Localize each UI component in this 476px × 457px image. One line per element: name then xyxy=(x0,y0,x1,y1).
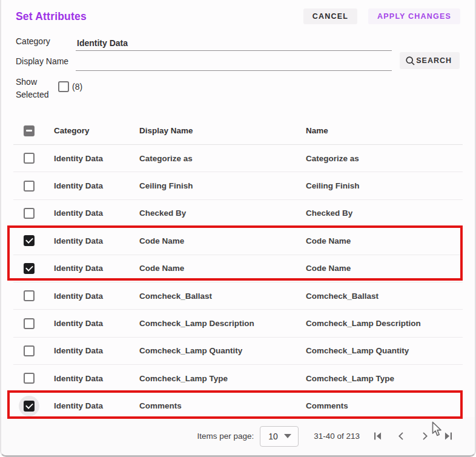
row-display-name: Code Name xyxy=(139,264,306,273)
row-display-name: Code Name xyxy=(139,236,306,245)
row-name: Comcheck_Lamp Quantity xyxy=(306,346,463,355)
row-name: Code Name xyxy=(306,236,463,245)
table-row[interactable]: Identity Data Categorize as Categorize a… xyxy=(13,145,463,172)
select-all-checkbox[interactable] xyxy=(24,125,35,136)
show-selected-row: Show Selected (8) xyxy=(16,76,460,101)
row-category: Identity Data xyxy=(54,374,139,383)
table-row[interactable]: Identity Data Ceiling Finish Ceiling Fin… xyxy=(13,172,463,199)
row-display-name: Ceiling Finish xyxy=(139,181,306,190)
row-name: Categorize as xyxy=(306,154,463,163)
row-checkbox[interactable] xyxy=(24,263,35,274)
pagination-controls xyxy=(371,430,454,443)
row-display-name: Categorize as xyxy=(139,154,306,163)
row-display-name: Checked By xyxy=(139,208,306,218)
table-row[interactable]: Identity Data Checked By Checked By xyxy=(13,200,463,227)
search-button-label: SEARCH xyxy=(416,56,452,65)
row-checkbox[interactable] xyxy=(24,318,35,329)
dialog-title: Set Attributes xyxy=(16,10,303,23)
table-row[interactable]: Identity Data Comcheck_Lamp Type Comchec… xyxy=(13,365,463,392)
row-display-name: Comcheck_Lamp Type xyxy=(139,374,306,383)
row-name: Code Name xyxy=(306,264,463,273)
row-category: Identity Data xyxy=(54,292,139,301)
row-checkbox[interactable] xyxy=(24,373,35,384)
previous-page-button[interactable] xyxy=(395,430,407,443)
row-name: Ceiling Finish xyxy=(306,181,463,190)
attributes-table: Category Display Name Name Identity Data… xyxy=(1,117,475,420)
table-row[interactable]: Identity Data Comcheck_Lamp Quantity Com… xyxy=(13,338,463,365)
first-page-icon xyxy=(372,430,383,442)
column-header-name: Name xyxy=(306,126,463,135)
items-per-page-value: 10 xyxy=(268,432,278,441)
search-button[interactable]: SEARCH xyxy=(400,52,460,69)
last-page-icon xyxy=(443,430,454,442)
show-selected-count: (8) xyxy=(72,82,82,92)
category-input[interactable] xyxy=(76,37,392,51)
next-page-icon xyxy=(420,430,430,442)
row-display-name: Comcheck_Lamp Description xyxy=(139,319,306,328)
last-page-button[interactable] xyxy=(442,430,454,443)
row-checkbox[interactable] xyxy=(24,235,35,246)
row-display-name: Comcheck_Lamp Quantity xyxy=(139,346,306,355)
next-page-button[interactable] xyxy=(418,430,431,443)
display-name-filter-row: Display Name xyxy=(16,55,460,71)
category-label: Category xyxy=(16,35,76,51)
first-page-button[interactable] xyxy=(371,430,383,443)
row-category: Identity Data xyxy=(54,154,139,163)
set-attributes-dialog: Set Attributes CANCEL APPLY CHANGES Cate… xyxy=(0,0,476,457)
search-icon xyxy=(405,56,416,66)
row-category: Identity Data xyxy=(54,401,139,410)
table-body: Identity Data Categorize as Categorize a… xyxy=(1,145,475,420)
show-selected-label: Show Selected xyxy=(16,76,58,101)
display-name-label: Display Name xyxy=(16,55,76,71)
row-name: Comcheck_Lamp Description xyxy=(306,319,463,328)
row-name: Comcheck_Lamp Type xyxy=(306,374,463,383)
table-row[interactable]: Identity Data Comments Comments xyxy=(13,393,463,420)
category-filter-row: Category xyxy=(16,35,460,51)
previous-page-icon xyxy=(396,430,406,442)
column-header-display-name: Display Name xyxy=(139,126,306,135)
table-row[interactable]: Identity Data Comcheck_Ballast Comcheck_… xyxy=(13,282,463,310)
row-name: Comcheck_Ballast xyxy=(306,292,463,301)
row-name: Checked By xyxy=(306,208,463,218)
table-row[interactable]: Identity Data Code Name Code Name xyxy=(13,227,463,255)
column-header-category: Category xyxy=(54,126,139,135)
dialog-header: Set Attributes CANCEL APPLY CHANGES xyxy=(1,0,475,25)
row-checkbox[interactable] xyxy=(24,208,35,219)
table-row[interactable]: Identity Data Code Name Code Name xyxy=(13,255,463,282)
row-checkbox[interactable] xyxy=(24,290,35,301)
apply-changes-button[interactable]: APPLY CHANGES xyxy=(368,8,460,24)
row-category: Identity Data xyxy=(54,264,139,273)
row-checkbox[interactable] xyxy=(24,401,35,412)
pagination-footer: Items per page: 10 31-40 of 213 xyxy=(1,417,475,455)
row-display-name: Comcheck_Ballast xyxy=(139,292,306,301)
page-range-text: 31-40 of 213 xyxy=(314,432,360,441)
row-display-name: Comments xyxy=(139,401,306,410)
row-category: Identity Data xyxy=(54,346,139,355)
cancel-button[interactable]: CANCEL xyxy=(303,8,357,24)
row-name: Comments xyxy=(306,401,463,410)
row-checkbox[interactable] xyxy=(24,345,35,356)
filter-section: Category SEARCH Display Name Show Select… xyxy=(1,25,475,101)
row-checkbox[interactable] xyxy=(24,181,35,192)
display-name-input[interactable] xyxy=(76,57,392,71)
triangle-down-icon xyxy=(284,434,291,438)
row-category: Identity Data xyxy=(54,208,139,218)
items-per-page-label: Items per page: xyxy=(197,432,254,441)
table-header-row: Category Display Name Name xyxy=(13,117,463,145)
items-per-page-select[interactable]: 10 xyxy=(260,426,299,447)
row-category: Identity Data xyxy=(54,236,139,245)
show-selected-checkbox[interactable] xyxy=(58,81,69,92)
row-category: Identity Data xyxy=(54,181,139,190)
checkbox-hover-halo xyxy=(19,396,39,416)
table-row[interactable]: Identity Data Comcheck_Lamp Description … xyxy=(13,310,463,337)
row-checkbox[interactable] xyxy=(24,153,35,164)
row-category: Identity Data xyxy=(54,319,139,328)
